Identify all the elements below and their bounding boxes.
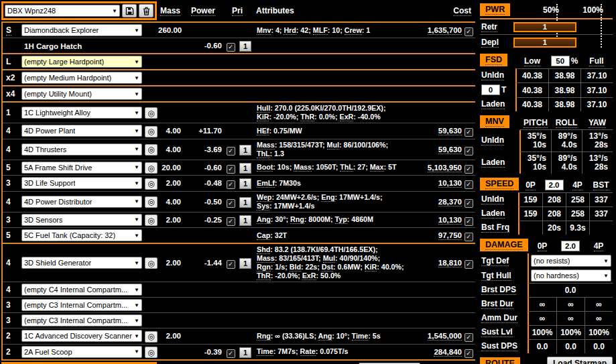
pwr-row-label-text[interactable]: Depl [481,38,499,48]
attribute-key[interactable]: ThL [257,149,270,158]
module-select[interactable]: 4D Thrusters▼ [21,143,142,156]
power-checkbox[interactable]: ✓ [227,217,235,226]
fsd-row-label-text[interactable]: Unldn [481,70,504,80]
priority-button[interactable]: 1 [239,178,251,189]
mnv-col-roll[interactable]: ROLL [551,115,582,129]
speed-row-label-text[interactable]: Laden [481,208,505,219]
priority-button[interactable]: 1 [239,258,251,269]
attribute-key[interactable]: HEf [257,127,269,135]
cost-checkbox[interactable]: ✓ [465,333,473,342]
attribute-key[interactable]: Ang [318,332,332,341]
attribute-key[interactable]: Bld [290,263,301,271]
priority-button[interactable]: 1 [239,347,251,358]
priority-button[interactable]: 1 [239,215,251,226]
damage-row-label-text[interactable]: Sust DPS [481,341,517,351]
module-details-button[interactable]: ◎ [145,215,158,226]
attribute-key[interactable]: MLF [313,26,328,35]
speed-pips-input[interactable]: 2.0 [545,180,564,190]
module-details-button[interactable]: ◎ [145,347,158,358]
priority-button[interactable]: 1 [239,163,251,174]
module-select[interactable]: 3D Life Support▼ [21,177,142,189]
attribute-key[interactable]: ThL [340,163,353,172]
module-select[interactable]: (empty Medium Hardpoint)▼ [21,72,142,84]
attribute-key[interactable]: Rate [300,347,316,356]
attribute-key[interactable]: EmLf [257,179,275,188]
cost-checkbox[interactable]: ✓ [465,27,473,36]
attribute-key[interactable]: KiR [365,263,377,271]
power-checkbox[interactable]: ✓ [227,43,235,52]
mnv-col-yaw[interactable]: YAW [582,115,613,129]
power-checkbox[interactable]: ✓ [227,147,235,156]
fsd-col-full[interactable]: Full [580,54,613,68]
module-details-button[interactable]: ◎ [145,126,158,137]
column-header-power[interactable]: Power [184,6,223,15]
fsd-col-low[interactable]: Low [516,54,548,68]
module-select[interactable]: 1C Advanced Discovery Scanner▼ [21,330,142,342]
damage-row-label-text[interactable]: Sust Lvl [481,327,513,337]
attribute-key[interactable]: Mass [257,141,275,149]
attribute-key[interactable]: Max [370,163,384,172]
damage-row-label-text[interactable]: Brst DPS [481,285,516,295]
power-checkbox[interactable]: ✓ [227,180,235,189]
module-details-button[interactable]: ◎ [145,196,158,208]
mnv-col-pitch[interactable]: PITCH [520,115,551,129]
module-details-button[interactable]: ◎ [145,257,158,269]
module-select[interactable]: 5A Frame Shift Drive▼ [21,162,142,174]
cost-checkbox[interactable]: ✓ [465,217,473,226]
column-header-mass[interactable]: Mass [157,6,184,15]
pwr-row-label-text[interactable]: Retr [481,22,497,32]
module-select[interactable]: (empty C3 Internal Compartm...▼ [21,314,142,326]
attribute-key[interactable]: Dst [322,263,333,271]
cost-checkbox[interactable]: ✓ [465,180,473,189]
speed-col-bst[interactable]: BST [589,178,613,192]
attribute-key[interactable]: Ang [257,215,271,224]
priority-button[interactable]: 1 [239,41,251,52]
speed-col-0p[interactable]: 0P [519,178,542,192]
attribute-key[interactable]: Mnv [257,26,271,35]
damage-select[interactable]: (no hardness)▼ [531,269,611,282]
mnv-row-label-text[interactable]: Unldn [481,135,504,145]
damage-row-label-text[interactable]: Tgt Def [481,256,509,266]
delete-build-button[interactable] [139,4,153,17]
module-select[interactable]: 4D Power Distributor▼ [21,196,142,208]
fsd-row-label-text[interactable]: Laden [481,99,505,109]
attribute-key[interactable]: Rgn [257,263,271,271]
attribute-key[interactable]: ExR [302,271,316,280]
module-details-button[interactable]: ◎ [145,178,158,190]
attribute-key[interactable]: Mul [323,254,335,263]
damage-row-label-text[interactable]: Brst Dur [481,299,513,309]
attribute-key[interactable]: Hrd [284,26,296,35]
cost-checkbox[interactable]: ✓ [465,147,473,156]
power-checkbox[interactable]: ✓ [227,260,235,269]
attribute-key[interactable]: Crew [345,26,362,35]
module-select[interactable]: (empty C4 Internal Compartm...▼ [21,284,142,296]
attribute-key[interactable]: Time [352,332,369,341]
attribute-key[interactable]: Hull [257,104,270,113]
attribute-key[interactable]: Mul [327,141,339,149]
cost-checkbox[interactable]: ✓ [465,349,473,358]
module-select[interactable]: (empty Large Hardpoint)▼ [21,56,142,68]
module-details-button[interactable]: ◎ [145,107,158,119]
attribute-key[interactable]: Shd [257,245,270,254]
damage-row-label-text[interactable]: Amm Dur [481,313,517,323]
speed-row-label-text[interactable]: Bst Frq [481,223,509,233]
damage-col-0p[interactable]: 0P [528,239,556,253]
attribute-key[interactable]: Wep [257,193,271,202]
damage-col-4p[interactable]: 4P [584,239,613,253]
module-select[interactable]: 1C Lightweight Alloy▼ [21,107,142,119]
column-header-pri[interactable]: Pri [223,6,252,15]
attribute-key[interactable]: Rng [290,215,304,224]
speed-row-label-text[interactable]: Unldn [481,194,504,204]
power-checkbox[interactable]: ✓ [227,199,235,208]
module-select[interactable]: (empty Utility Mount)▼ [21,88,142,100]
attribute-key[interactable]: ThR [300,113,314,121]
attribute-key[interactable]: Mass [257,254,275,263]
attribute-key[interactable]: Time [257,347,273,356]
mnv-row-label-text[interactable]: Laden [481,158,505,168]
attribute-key[interactable]: KiR [257,113,269,121]
cost-checkbox[interactable]: ✓ [465,199,473,208]
priority-button[interactable]: 1 [239,145,251,156]
module-details-button[interactable]: ◎ [145,144,158,156]
attribute-key[interactable]: Eng [321,193,334,202]
attribute-key[interactable]: Typ [335,215,347,224]
